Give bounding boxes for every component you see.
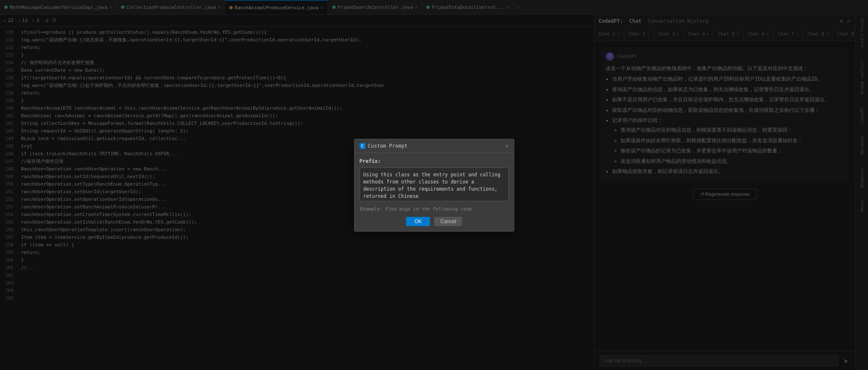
custom-prompt-modal: C Custom Prompt × Prefix: Using this cla…: [354, 139, 514, 232]
modal-title: Custom Prompt: [368, 143, 408, 149]
modal-icon: C: [360, 143, 365, 149]
modal-title-area: C Custom Prompt: [360, 143, 408, 149]
modal-textarea[interactable]: Using this class as the entry point and …: [360, 167, 509, 201]
modal-body: Prefix: Using this class as the entry po…: [355, 153, 514, 231]
modal-example: Example: Find bugs in the following code: [360, 206, 509, 212]
modal-ok-button[interactable]: OK: [406, 217, 430, 226]
modal-prefix-label: Prefix:: [360, 158, 509, 164]
modal-overlay[interactable]: C Custom Prompt × Prefix: Using this cla…: [0, 0, 868, 370]
modal-cancel-button[interactable]: Cancel: [434, 217, 462, 226]
modal-close-button[interactable]: ×: [505, 143, 508, 149]
modal-header: C Custom Prompt ×: [355, 139, 514, 153]
modal-buttons: OK Cancel: [360, 217, 509, 226]
